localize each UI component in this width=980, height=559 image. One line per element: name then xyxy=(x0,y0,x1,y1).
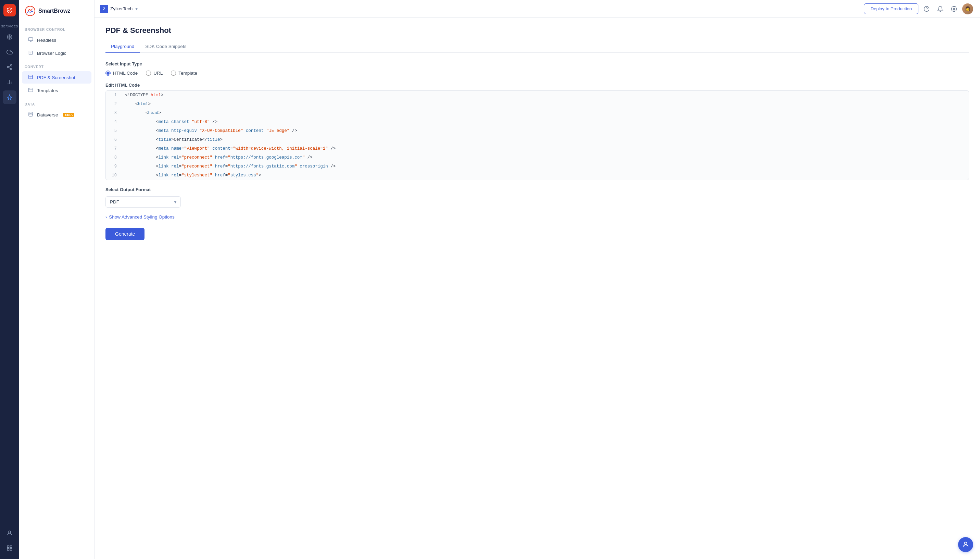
user-avatar-image: 👩 xyxy=(962,3,973,14)
browser-logic-label: Browser Logic xyxy=(37,51,66,56)
rail-item-home[interactable] xyxy=(3,30,16,44)
deploy-to-production-button[interactable]: Deploy to Production xyxy=(864,3,918,14)
workspace-chevron-icon: ▼ xyxy=(135,7,139,11)
svg-point-19 xyxy=(25,6,35,16)
svg-point-29 xyxy=(964,542,967,545)
pdf-screenshot-icon xyxy=(27,74,33,81)
rail-item-grid[interactable] xyxy=(3,541,16,555)
svg-point-6 xyxy=(10,65,12,66)
tab-playground[interactable]: Playground xyxy=(106,40,140,53)
sidebar: SmartBrowz BROWSER CONTROL Headless Brow… xyxy=(19,0,94,559)
svg-rect-18 xyxy=(10,549,12,551)
sidebar-item-pdf-screenshot[interactable]: PDF & Screenshot xyxy=(22,71,91,84)
corner-chat-avatar[interactable] xyxy=(958,537,973,552)
dataverse-icon xyxy=(27,112,33,118)
sidebar-item-templates[interactable]: Templates xyxy=(22,84,91,97)
dataverse-badge: BETA xyxy=(63,113,75,117)
svg-rect-24 xyxy=(28,88,33,92)
workspace-name: ZylkerTech xyxy=(110,6,132,11)
radio-url-input[interactable] xyxy=(146,71,151,76)
input-type-label: Select Input Type xyxy=(106,61,969,66)
svg-point-7 xyxy=(7,66,9,68)
svg-rect-20 xyxy=(28,38,33,41)
tabs-container: Playground SDK Code Snippets xyxy=(106,40,969,53)
radio-template-input[interactable] xyxy=(171,71,176,76)
sidebar-item-browser-logic[interactable]: Browser Logic xyxy=(22,47,91,59)
generate-button[interactable]: Generate xyxy=(106,228,145,240)
sidebar-item-dataverse[interactable]: Dataverse BETA xyxy=(22,109,91,121)
sidebar-title: SmartBrowz xyxy=(38,8,70,14)
icon-rail: Services xyxy=(0,0,19,559)
rail-item-cloud[interactable] xyxy=(3,45,16,59)
templates-icon xyxy=(27,88,33,94)
svg-rect-23 xyxy=(28,75,32,79)
radio-url-label: URL xyxy=(153,71,163,76)
dataverse-label: Dataverse xyxy=(37,112,58,117)
code-editor[interactable]: 1 <!DOCTYPE html> 2 <html> 3 <head> 4 <m… xyxy=(106,91,969,180)
radio-html-input[interactable] xyxy=(106,71,111,76)
headless-icon xyxy=(27,37,33,43)
output-format-label: Select Output Format xyxy=(106,187,969,192)
advanced-styling-label: Show Advanced Styling Options xyxy=(109,214,174,220)
code-line-2: 2 <html> xyxy=(106,100,969,109)
rail-item-rocket[interactable] xyxy=(3,91,16,104)
code-line-6: 6 <title>Certificate</title> xyxy=(106,135,969,144)
browser-control-section-label: BROWSER CONTROL xyxy=(19,22,94,33)
code-line-1: 1 <!DOCTYPE html> xyxy=(106,91,969,100)
radio-html-code[interactable]: HTML Code xyxy=(106,71,138,76)
code-line-9: 9 <link rel="preconnect" href="https://f… xyxy=(106,162,969,171)
svg-point-28 xyxy=(953,8,955,10)
input-type-radio-group: HTML Code URL Template xyxy=(106,71,969,76)
code-line-4: 4 <meta charset="utf-8" /> xyxy=(106,117,969,126)
data-section-label: DATA xyxy=(19,97,94,108)
workspace-avatar: Z xyxy=(100,5,108,13)
page-content: PDF & Screenshot Playground SDK Code Sni… xyxy=(94,18,980,559)
settings-icon-button[interactable] xyxy=(949,3,959,14)
radio-template[interactable]: Template xyxy=(171,71,197,76)
svg-line-9 xyxy=(8,68,10,68)
output-format-select[interactable]: PDF PNG JPEG WEBP xyxy=(106,196,181,208)
services-label: Services xyxy=(1,25,18,28)
chevron-right-icon: › xyxy=(106,214,107,220)
svg-rect-17 xyxy=(7,549,9,551)
rail-item-branch[interactable] xyxy=(3,60,16,74)
page-title: PDF & Screenshot xyxy=(106,26,969,35)
svg-point-1 xyxy=(9,36,11,38)
svg-point-25 xyxy=(28,112,32,113)
svg-rect-16 xyxy=(10,546,12,547)
sidebar-item-headless[interactable]: Headless xyxy=(22,34,91,46)
radio-template-label: Template xyxy=(178,71,197,76)
smartbrowz-logo xyxy=(25,5,36,17)
sidebar-header: SmartBrowz xyxy=(19,0,94,22)
code-line-10: 10 <link rel="stylesheet" href="styles.c… xyxy=(106,171,969,180)
headless-label: Headless xyxy=(37,38,56,43)
templates-label: Templates xyxy=(37,88,58,93)
svg-point-8 xyxy=(10,68,12,70)
rail-item-analytics[interactable] xyxy=(3,75,16,89)
convert-section-label: CONVERT xyxy=(19,60,94,71)
svg-line-10 xyxy=(8,66,10,67)
rail-item-settings-person[interactable] xyxy=(3,526,16,540)
browser-logic-icon xyxy=(27,50,33,56)
code-line-8: 8 <link rel="preconnect" href="https://f… xyxy=(106,153,969,162)
svg-rect-15 xyxy=(7,546,9,547)
radio-html-label: HTML Code xyxy=(113,71,138,76)
pdf-screenshot-label: PDF & Screenshot xyxy=(37,75,75,80)
svg-point-14 xyxy=(8,531,11,533)
output-format-wrapper: PDF PNG JPEG WEBP ▼ xyxy=(106,196,181,208)
main-content: Z ZylkerTech ▼ Deploy to Production 👩 PD… xyxy=(94,0,980,559)
workspace-selector[interactable]: Z ZylkerTech ▼ xyxy=(100,5,139,13)
tab-sdk-code-snippets[interactable]: SDK Code Snippets xyxy=(140,40,192,53)
code-line-7: 7 <meta name="viewport" content="width=d… xyxy=(106,144,969,153)
advanced-styling-toggle[interactable]: › Show Advanced Styling Options xyxy=(106,214,175,220)
code-line-5: 5 <meta http-equiv="X-UA-Compatible" con… xyxy=(106,126,969,135)
user-avatar[interactable]: 👩 xyxy=(962,3,973,14)
notifications-icon-button[interactable] xyxy=(935,3,946,14)
app-logo-icon[interactable] xyxy=(3,4,16,17)
code-line-3: 3 <head> xyxy=(106,109,969,117)
code-editor-label: Edit HTML Code xyxy=(106,83,969,88)
topbar: Z ZylkerTech ▼ Deploy to Production 👩 xyxy=(94,0,980,18)
topbar-right: Deploy to Production 👩 xyxy=(864,3,973,14)
radio-url[interactable]: URL xyxy=(146,71,163,76)
help-icon-button[interactable] xyxy=(921,3,932,14)
